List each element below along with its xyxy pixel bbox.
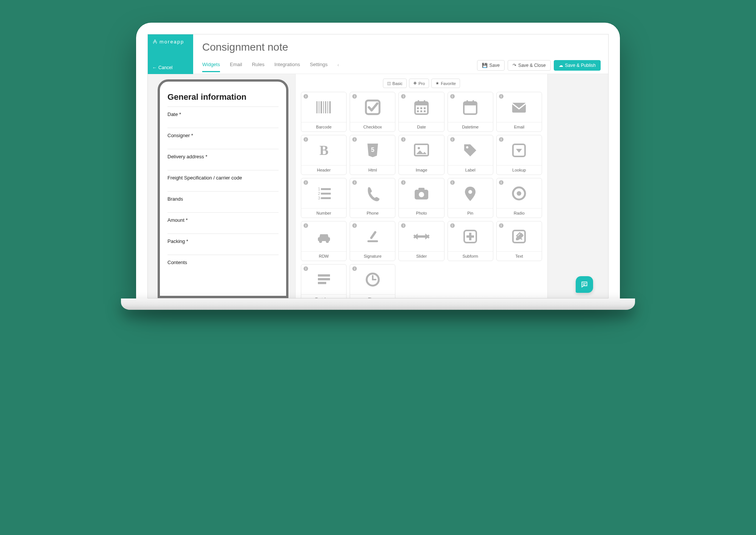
form-field[interactable]: Brands (167, 191, 279, 212)
date-icon (413, 92, 430, 122)
info-icon[interactable]: i (450, 94, 455, 99)
tab-settings[interactable]: Settings (310, 62, 328, 72)
brand-sidebar: moreapp ← Cancel (148, 34, 193, 74)
info-icon[interactable]: i (352, 94, 357, 99)
info-icon[interactable]: i (401, 94, 406, 99)
save-button[interactable]: 💾 Save (477, 60, 505, 71)
svg-rect-57 (583, 285, 585, 285)
cancel-button[interactable]: ← Cancel (152, 65, 189, 70)
info-icon[interactable]: i (499, 180, 503, 185)
form-field[interactable]: Consigner * (167, 128, 279, 149)
tab-email[interactable]: Email (230, 62, 242, 72)
info-icon[interactable]: i (499, 137, 503, 142)
widget-label: Pin (448, 208, 493, 218)
cloud-upload-icon: ☁ (559, 63, 563, 68)
info-icon[interactable]: i (499, 94, 503, 99)
save-publish-button[interactable]: ☁ Save & Publish (554, 60, 601, 71)
widget-label: Time (350, 294, 395, 298)
widget-header[interactable]: iHeader (301, 135, 347, 175)
rdw-icon (316, 221, 332, 251)
info-icon[interactable]: i (304, 94, 308, 99)
form-field[interactable]: Contents (167, 255, 279, 276)
info-icon[interactable]: i (499, 223, 503, 228)
widget-datetime[interactable]: iDatetime (448, 92, 493, 132)
info-icon[interactable]: i (352, 180, 357, 185)
widget-lookup[interactable]: iLookup (496, 135, 542, 175)
tier-icon: ★ (435, 81, 439, 86)
widget-label: Text (497, 251, 542, 261)
editor-tabs: WidgetsEmailRulesIntegrationsSettings‹ (202, 62, 339, 72)
tab-widgets[interactable]: Widgets (202, 62, 220, 72)
widget-number[interactable]: iNumber (301, 178, 347, 218)
info-icon[interactable]: i (401, 137, 406, 142)
info-icon[interactable]: i (352, 137, 357, 142)
widget-label: Checkbox (350, 122, 395, 131)
info-icon[interactable]: i (401, 223, 406, 228)
widget-label: Date (399, 122, 444, 131)
tab-integrations[interactable]: Integrations (274, 62, 300, 72)
widget-date[interactable]: iDate (398, 92, 444, 132)
tab-rules[interactable]: Rules (252, 62, 264, 72)
mobile-preview: General information Date *Consigner *Del… (158, 79, 288, 298)
pin-icon (462, 178, 479, 208)
widget-label: Text Area (301, 294, 346, 298)
form-field[interactable]: Delivery address * (167, 149, 279, 170)
info-icon[interactable]: i (352, 266, 357, 271)
widget-subform[interactable]: iSubform (448, 221, 493, 261)
widget-rdw[interactable]: iRDW (301, 221, 347, 261)
tier-favorite[interactable]: ★Favorite (431, 79, 460, 88)
widget-text[interactable]: iText (496, 221, 542, 261)
info-icon[interactable]: i (352, 223, 357, 228)
arrow-left-icon: ← (152, 65, 157, 70)
form-field[interactable]: Date * (167, 107, 279, 128)
info-icon[interactable]: i (304, 266, 308, 271)
info-icon[interactable]: i (304, 137, 308, 142)
save-icon: 💾 (482, 63, 488, 68)
widget-label: Signature (350, 251, 395, 261)
widget-html[interactable]: iHtml (350, 135, 395, 175)
tier-icon: ❖ (413, 81, 417, 86)
widget-label: Label (448, 165, 493, 175)
widget-slider[interactable]: iSlider (398, 221, 444, 261)
info-icon[interactable]: i (304, 223, 308, 228)
chat-fab[interactable] (576, 276, 593, 293)
info-icon[interactable]: i (401, 180, 406, 185)
signature-icon (364, 221, 381, 251)
tier-basic[interactable]: ◫Basic (383, 79, 407, 88)
widget-checkbox[interactable]: iCheckbox (350, 92, 395, 132)
widget-radio[interactable]: iRadio (496, 178, 542, 218)
form-field[interactable]: Freight Specification / carrier code (167, 170, 279, 191)
widget-time[interactable]: iTime (350, 264, 395, 298)
info-icon[interactable]: i (450, 137, 455, 142)
exit-icon: ↷ (513, 63, 516, 68)
widget-photo[interactable]: iPhoto (398, 178, 444, 218)
info-icon[interactable]: i (450, 180, 455, 185)
widget-barcode[interactable]: iBarcode (301, 92, 347, 132)
info-icon[interactable]: i (304, 180, 308, 185)
widget-label: Header (301, 165, 346, 175)
page-title: Consignment note (193, 34, 608, 53)
image-icon (413, 135, 430, 165)
html-icon (364, 135, 381, 165)
form-field[interactable]: Packing * (167, 233, 279, 255)
phone-icon (364, 178, 381, 208)
widget-label[interactable]: iLabel (448, 135, 493, 175)
lookup-icon (511, 135, 527, 165)
form-section-title: General information (167, 92, 279, 102)
save-close-button[interactable]: ↷ Save & Close (508, 60, 551, 71)
text-icon (511, 221, 527, 251)
form-field[interactable]: Amount * (167, 212, 279, 233)
widget-image[interactable]: iImage (398, 135, 444, 175)
widget-email[interactable]: iEmail (496, 92, 542, 132)
label-icon (462, 135, 479, 165)
widget-phone[interactable]: iPhone (350, 178, 395, 218)
widget-textarea[interactable]: iText Area (301, 264, 347, 298)
tier-icon: ◫ (387, 81, 391, 86)
widget-signature[interactable]: iSignature (350, 221, 395, 261)
tier-pro[interactable]: ❖Pro (409, 79, 429, 88)
widget-pin[interactable]: iPin (448, 178, 493, 218)
collapse-tabs-icon[interactable]: ‹ (338, 62, 339, 71)
info-icon[interactable]: i (450, 223, 455, 228)
widget-label: Photo (399, 208, 444, 218)
widget-label: Slider (399, 251, 444, 261)
